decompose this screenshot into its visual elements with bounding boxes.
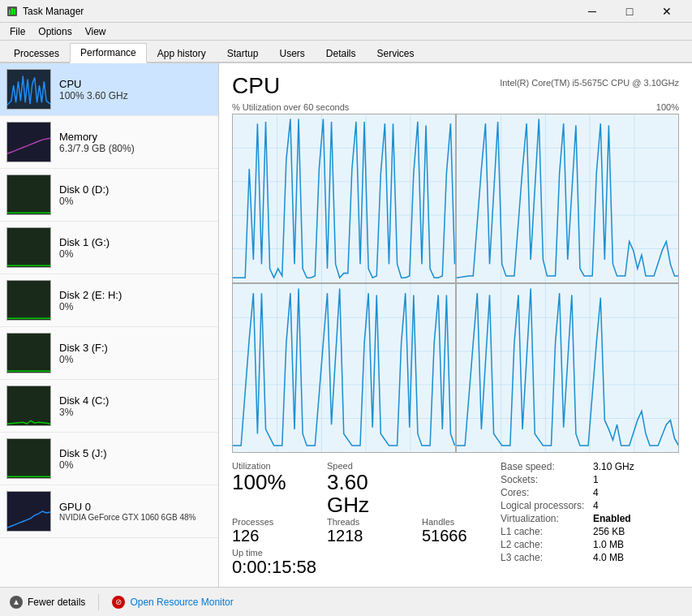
stats-right: Base speed: 3.10 GHz Sockets: 1 Cores: 4…	[501, 461, 679, 577]
disk0-sidebar-info: Disk 0 (D:) 0%	[59, 183, 212, 207]
tab-startup[interactable]: Startup	[217, 44, 269, 62]
menu-file[interactable]: File	[3, 24, 32, 39]
title-bar-left: Task Manager	[6, 6, 84, 17]
memory-name: Memory	[59, 131, 212, 143]
stat-processes: Processes 126	[232, 517, 311, 545]
menu-bar: File Options View	[0, 23, 692, 41]
svg-rect-11	[7, 439, 50, 478]
svg-rect-10	[7, 386, 50, 425]
logical-processors-value: 4	[593, 500, 679, 511]
svg-rect-6	[7, 175, 50, 214]
base-speed-label: Base speed:	[501, 461, 587, 472]
l1cache-value: 256 KB	[593, 526, 679, 537]
l3cache-value: 4.0 MB	[593, 552, 679, 563]
disk5-value: 0%	[59, 459, 212, 471]
tab-processes[interactable]: Processes	[3, 44, 70, 62]
disk1-name: Disk 1 (G:)	[59, 236, 212, 248]
gpu0-details: NVIDIA GeForce GTX 1060 6GB 48%	[59, 513, 212, 522]
svg-rect-2	[11, 8, 13, 15]
tab-users[interactable]: Users	[269, 44, 315, 62]
cores-label: Cores:	[501, 487, 587, 498]
sidebar-item-memory[interactable]: Memory 6.3/7.9 GB (80%)	[0, 116, 218, 169]
maximize-button[interactable]: □	[611, 0, 648, 23]
minimize-button[interactable]: ─	[574, 0, 611, 23]
tab-performance[interactable]: Performance	[70, 43, 147, 63]
tab-bar: Processes Performance App history Startu…	[0, 41, 692, 63]
disk0-value: 0%	[59, 196, 212, 207]
cpu-panel: CPU Intel(R) Core(TM) i5-5675C CPU @ 3.1…	[219, 63, 692, 587]
cpu-graph-core3	[457, 284, 679, 452]
sidebar-item-disk4[interactable]: Disk 4 (C:) 3%	[0, 380, 218, 433]
l3cache-label: L3 cache:	[501, 552, 587, 563]
utilization-label-stat: Utilization	[232, 461, 311, 471]
memory-sidebar-info: Memory 6.3/7.9 GB (80%)	[59, 131, 212, 154]
sidebar-item-disk0[interactable]: Disk 0 (D:) 0%	[0, 169, 218, 222]
stat-uptime: Up time 0:00:15:58	[232, 548, 406, 577]
disk2-value: 0%	[59, 301, 212, 312]
svg-rect-3	[14, 9, 15, 15]
sidebar: CPU 100% 3.60 GHz Memory 6.3/7.9 GB (80%…	[0, 63, 219, 587]
stat-utilization: Utilization 100%	[232, 461, 311, 517]
stat-handles: Handles 51666	[422, 517, 501, 545]
disk3-sidebar-info: Disk 3 (F:) 0%	[59, 342, 212, 365]
fewer-details-button[interactable]: ▲ Fewer details	[10, 596, 85, 609]
tab-app-history[interactable]: App history	[147, 44, 217, 62]
sidebar-item-disk2[interactable]: Disk 2 (E: H:) 0%	[0, 274, 218, 327]
bottom-separator	[98, 594, 99, 610]
cpu-graph-core2	[233, 284, 455, 452]
base-speed-value: 3.10 GHz	[593, 461, 679, 472]
title-bar: Task Manager ─ □ ✕	[0, 0, 692, 23]
cpu-graph-core1	[457, 114, 679, 282]
disk2-name: Disk 2 (E: H:)	[59, 289, 212, 301]
disk5-name: Disk 5 (J:)	[59, 447, 212, 459]
bottom-bar: ▲ Fewer details ⊘ Open Resource Monitor	[0, 587, 692, 616]
utilization-value: 100%	[232, 471, 311, 494]
resource-monitor-icon: ⊘	[112, 596, 125, 609]
disk1-value: 0%	[59, 248, 212, 260]
virtualization-label: Virtualization:	[501, 513, 587, 524]
sidebar-item-disk3[interactable]: Disk 3 (F:) 0%	[0, 327, 218, 380]
disk4-value: 3%	[59, 407, 212, 418]
sockets-label: Sockets:	[501, 474, 587, 485]
disk0-thumbnail	[6, 174, 51, 215]
disk4-thumbnail	[6, 386, 51, 426]
gpu0-sidebar-info: GPU 0 NVIDIA GeForce GTX 1060 6GB 48%	[59, 501, 212, 522]
sidebar-item-disk1[interactable]: Disk 1 (G:) 0%	[0, 222, 218, 274]
disk4-sidebar-info: Disk 4 (C:) 3%	[59, 394, 212, 418]
svg-rect-1	[9, 10, 11, 15]
stats-left: Utilization 100% Speed 3.60 GHz Processe…	[232, 461, 501, 577]
utilization-label-row: % Utilization over 60 seconds 100%	[232, 102, 679, 112]
stat-threads: Threads 1218	[327, 517, 406, 545]
sidebar-item-cpu[interactable]: CPU 100% 3.60 GHz	[0, 63, 218, 116]
fewer-details-label: Fewer details	[28, 597, 85, 608]
close-button[interactable]: ✕	[648, 0, 686, 23]
cpu-thumbnail	[6, 69, 51, 110]
open-resource-monitor-button[interactable]: ⊘ Open Resource Monitor	[112, 596, 233, 609]
sidebar-item-gpu0[interactable]: GPU 0 NVIDIA GeForce GTX 1060 6GB 48%	[0, 485, 218, 538]
svg-rect-7	[7, 228, 50, 267]
tab-details[interactable]: Details	[316, 44, 367, 62]
disk1-sidebar-info: Disk 1 (G:) 0%	[59, 236, 212, 260]
title-bar-controls: ─ □ ✕	[574, 0, 686, 23]
app-icon	[6, 6, 18, 17]
memory-value: 6.3/7.9 GB (80%)	[59, 143, 212, 154]
app-title: Task Manager	[23, 6, 84, 17]
panel-header: CPU Intel(R) Core(TM) i5-5675C CPU @ 3.1…	[232, 73, 679, 99]
speed-label: Speed	[327, 461, 406, 471]
logical-processors-label: Logical processors:	[501, 500, 587, 511]
cpu-graphs	[232, 114, 679, 453]
menu-options[interactable]: Options	[32, 24, 78, 39]
handles-value: 51666	[422, 527, 501, 545]
tab-services[interactable]: Services	[367, 44, 425, 62]
sidebar-item-disk5[interactable]: Disk 5 (J:) 0%	[0, 433, 218, 485]
disk2-sidebar-info: Disk 2 (E: H:) 0%	[59, 289, 212, 312]
stat-speed: Speed 3.60 GHz	[327, 461, 406, 517]
disk3-thumbnail	[6, 333, 51, 373]
l2cache-label: L2 cache:	[501, 539, 587, 550]
menu-view[interactable]: View	[79, 24, 113, 39]
disk2-thumbnail	[6, 280, 51, 321]
l2cache-value: 1.0 MB	[593, 539, 679, 550]
cpu-name: CPU	[59, 78, 212, 90]
disk3-name: Disk 3 (F:)	[59, 342, 212, 354]
panel-subtitle: Intel(R) Core(TM) i5-5675C CPU @ 3.10GHz	[500, 78, 679, 88]
